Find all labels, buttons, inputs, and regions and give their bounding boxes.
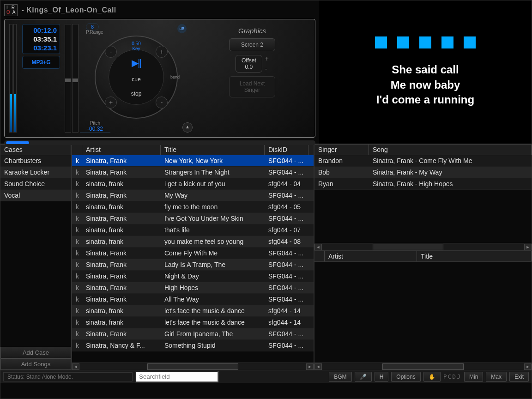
queue-row[interactable]: RyanSinatra, Frank - High Hopes <box>314 178 532 190</box>
beat-indicator <box>375 36 387 48</box>
library-row[interactable]: ksinatra, frankfly me to the moonsfg044 … <box>72 201 314 213</box>
lyric-line: She said call <box>392 62 459 77</box>
stop-button[interactable]: stop <box>131 91 142 97</box>
status-text: Status: Stand Alone Mode. <box>3 372 133 381</box>
player-deck: 00:12.0 03:35.1 03:23.1 MP3+G 8P.Range d… <box>4 19 315 138</box>
db-icon[interactable]: dB <box>177 24 187 33</box>
library-row[interactable]: kSinatra, FrankLady Is A Tramp, TheSFG04… <box>72 259 314 271</box>
cases-header[interactable]: Cases <box>0 145 71 155</box>
beat-indicator <box>397 36 409 48</box>
cue-button[interactable]: cue <box>132 76 140 83</box>
beat-indicator <box>464 36 476 48</box>
library-row[interactable]: ksinatra, franklet's face the music & da… <box>72 305 314 317</box>
mic-icon[interactable]: 🎤 <box>355 372 372 382</box>
library-row[interactable]: kSinatra, FrankStrangers In The NightSFG… <box>72 167 314 178</box>
lyric-line: Me now baby <box>391 78 460 92</box>
eject-button[interactable]: ▲ <box>182 122 193 133</box>
lyrics-display: She said call Me now baby I'd come a run… <box>319 0 532 144</box>
lower-hscroll[interactable]: ◄► <box>314 363 532 370</box>
library-row[interactable]: kSinatra, FrankAll The WaySFG044 - ... <box>72 294 314 305</box>
case-item[interactable]: Karaoke Locker <box>0 167 71 178</box>
queue-hscroll[interactable]: ◄► <box>314 243 532 250</box>
max-button[interactable]: Max <box>486 372 507 382</box>
offset-minus-button[interactable]: - <box>265 65 269 73</box>
library-row[interactable]: kSinatra, FrankMy WaySFG044 - ... <box>72 190 314 201</box>
graphics-title: Graphics <box>238 27 266 35</box>
col-artist2[interactable]: Artist <box>325 251 417 261</box>
beat-indicator <box>441 36 453 48</box>
bgm-button[interactable]: BGM <box>329 372 351 382</box>
lyric-line: I'd come a running <box>376 92 474 107</box>
format-label: MP3+G <box>22 56 60 69</box>
min-button[interactable]: Min <box>464 372 483 382</box>
case-item[interactable]: Chartbusters <box>0 155 71 167</box>
hand-icon[interactable]: ✋ <box>423 372 441 382</box>
exit-button[interactable]: Exit <box>509 372 529 382</box>
library-row[interactable]: kSinatra, FrankHigh HopesSFG044 - ... <box>72 282 314 294</box>
library-hscroll[interactable]: ◄► <box>72 363 314 370</box>
track-title: - Kings_Of_Leon-On_Call <box>21 6 116 14</box>
bend-plus-button[interactable]: + <box>105 97 117 109</box>
col-title2[interactable]: Title <box>417 251 532 261</box>
library-row[interactable]: kSinatra, FrankCome Fly With MeSFG044 - … <box>72 248 314 259</box>
offset-value: 0.0 <box>242 64 256 70</box>
add-songs-button[interactable]: Add Songs <box>0 358 71 370</box>
vu-meter <box>9 24 18 133</box>
play-pause-button[interactable]: ▶|| <box>132 57 140 68</box>
col-title[interactable]: Title <box>161 145 265 155</box>
queue-row[interactable]: BrandonSinatra, Frank - Come Fly With Me <box>314 155 532 167</box>
bend-minus-button[interactable]: - <box>156 97 168 109</box>
col-singer[interactable]: Singer <box>314 145 369 155</box>
load-next-singer-button[interactable]: Load Next Singer <box>229 76 275 97</box>
lower-right-body <box>314 262 532 363</box>
time-remain: 03:23.1 <box>25 44 57 52</box>
key-minus-button[interactable]: - <box>105 46 117 58</box>
offset-plus-button[interactable]: + <box>265 55 269 62</box>
library-row[interactable]: ksinatra, franklet's face the music & da… <box>72 317 314 328</box>
screen2-button[interactable]: Screen 2 <box>229 38 275 51</box>
jog-wheel[interactable]: 0.50Key bend - + + - ▶|| cue stop <box>95 36 178 119</box>
library-row[interactable]: ksinatra, franki get a kick out of yousf… <box>72 178 314 190</box>
col-song[interactable]: Song <box>369 145 532 155</box>
library-row[interactable]: kSinatra, FrankI've Got You Under My Ski… <box>72 213 314 224</box>
col-diskid[interactable]: DiskID <box>265 145 308 155</box>
case-item[interactable]: Sound Choice <box>0 178 71 190</box>
channel-indicator: L RO A <box>4 4 18 16</box>
progress-bar[interactable] <box>4 140 315 145</box>
add-case-button[interactable]: Add Case <box>0 347 71 358</box>
col-artist[interactable]: Artist <box>82 145 161 155</box>
case-item[interactable]: Vocal <box>0 190 71 201</box>
beat-indicator <box>419 36 431 48</box>
library-row[interactable]: kSinatra, FrankNight & DaySFG044 - ... <box>72 271 314 282</box>
queue-row[interactable]: BobSinatra, Frank - My Way <box>314 167 532 178</box>
eq-sliders[interactable] <box>65 24 79 133</box>
time-total: 03:35.1 <box>25 35 57 43</box>
library-row[interactable]: kSinatra, FrankNew York, New YorkSFG044 … <box>72 155 314 167</box>
search-input[interactable] <box>135 371 218 382</box>
library-row[interactable]: ksinatra, frankyou make me feel so young… <box>72 236 314 248</box>
h-button[interactable]: H <box>375 372 389 382</box>
pcdj-logo: PCDJ <box>443 373 461 380</box>
key-plus-button[interactable]: + <box>156 46 168 58</box>
library-row[interactable]: ksinatra, frankthat's lifesfg044 - 07 <box>72 224 314 236</box>
time-elapsed: 00:12.0 <box>25 26 57 34</box>
pitch-value: -00.32 <box>80 126 110 133</box>
library-row[interactable]: kSinatra, FrankGirl From Ipanema, TheSFG… <box>72 328 314 340</box>
library-row[interactable]: kSinatra, Nancy & F...Something StupidSF… <box>72 340 314 351</box>
options-button[interactable]: Options <box>391 372 420 382</box>
